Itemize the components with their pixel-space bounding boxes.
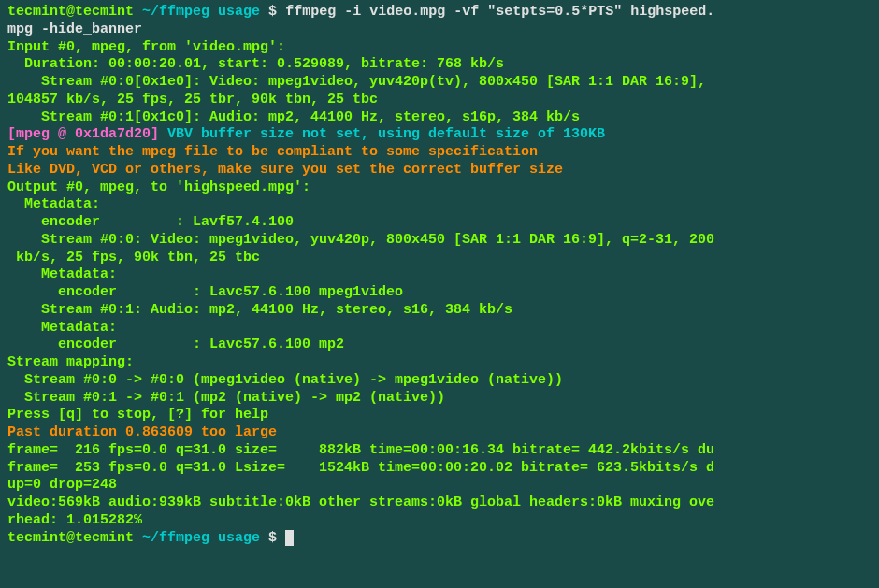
output-map1: Stream #0:1 -> #0:1 (mp2 (native) -> mp2… (7, 390, 872, 408)
output-stream0-0a: Stream #0:0[0x1e0]: Video: mpeg1video, y… (7, 74, 872, 92)
output-vbv: [mpeg @ 0x1da7d20] VBV buffer size not s… (7, 126, 872, 144)
output-video-line1: video:569kB audio:939kB subtitle:0kB oth… (7, 495, 872, 512)
prompt-dollar-2: $ (268, 530, 277, 546)
output-stream-mapping: Stream mapping: (7, 354, 872, 372)
output-out-stream0b: kb/s, 25 fps, 90k tbn, 25 tbc (7, 250, 872, 267)
output-map0: Stream #0:0 -> #0:0 (mpeg1video (native)… (7, 372, 872, 390)
output-frame1: frame= 216 fps=0.0 q=31.0 size= 882kB ti… (7, 442, 872, 460)
output-warn2: Like DVD, VCD or others, make sure you s… (7, 162, 872, 179)
output-stream0-1: Stream #0:1[0x1c0]: Audio: mp2, 44100 Hz… (7, 109, 872, 127)
output-warn1: If you want the mpeg file to be complian… (7, 144, 872, 162)
prompt-dollar: $ (268, 4, 277, 20)
output-video-line2: rhead: 1.015282% (7, 512, 872, 530)
output-input-header: Input #0, mpeg, from 'video.mpg': (7, 39, 872, 57)
output-out-stream1: Stream #0:1: Audio: mp2, 44100 Hz, stere… (7, 302, 872, 320)
prompt-line-final[interactable]: tecmint@tecmint ~/ffmpeg usage $ (7, 530, 872, 548)
output-encoder1: encoder : Lavf57.4.100 (7, 214, 872, 232)
prompt-line-1[interactable]: tecmint@tecmint ~/ffmpeg usage $ ffmpeg … (7, 4, 872, 22)
output-press: Press [q] to stop, [?] for help (7, 407, 872, 424)
user-host: tecmint@tecmint (7, 4, 134, 20)
output-encoder3: encoder : Lavc57.6.100 mp2 (7, 337, 872, 354)
output-encoder2: encoder : Lavc57.6.100 mpeg1video (7, 284, 872, 302)
vbv-tag: [mpeg @ 0x1da7d20] (7, 126, 167, 142)
vbv-msg: VBV buffer size not set, using default s… (167, 126, 605, 142)
output-out-stream0a: Stream #0:0: Video: mpeg1video, yuv420p,… (7, 232, 872, 250)
output-output-header: Output #0, mpeg, to 'highspeed.mpg': (7, 179, 872, 197)
cwd-path-2: ~/ffmpeg usage (142, 530, 260, 546)
output-frame3: up=0 drop=248 (7, 477, 872, 495)
output-metadata1: Metadata: (7, 196, 872, 214)
typed-command-cont: mpg -hide_banner (7, 22, 142, 37)
output-duration: Duration: 00:00:20.01, start: 0.529089, … (7, 56, 872, 74)
output-frame2: frame= 253 fps=0.0 q=31.0 Lsize= 1524kB … (7, 460, 872, 478)
prompt-line-2[interactable]: mpg -hide_banner (7, 22, 872, 39)
output-metadata3: Metadata: (7, 320, 872, 337)
output-past-duration: Past duration 0.863609 too large (7, 424, 872, 442)
output-metadata2: Metadata: (7, 266, 872, 284)
user-host-2: tecmint@tecmint (7, 530, 134, 546)
cwd-path: ~/ffmpeg usage (142, 4, 260, 20)
output-stream0-0b: 104857 kb/s, 25 fps, 25 tbr, 90k tbn, 25… (7, 92, 872, 109)
terminal-cursor (285, 530, 294, 546)
typed-command: ffmpeg -i video.mpg -vf "setpts=0.5*PTS"… (285, 4, 714, 20)
